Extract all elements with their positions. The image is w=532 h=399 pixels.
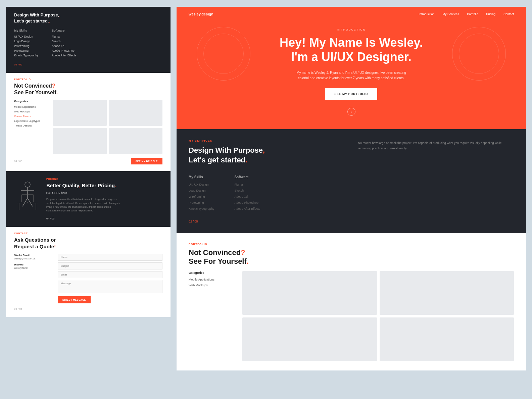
list-item: Prototyping bbox=[14, 49, 38, 52]
categories-heading: Categories bbox=[14, 100, 48, 103]
list-item: Kinetic Typography bbox=[189, 207, 214, 210]
list-item: Adobe Photoshop bbox=[52, 49, 76, 52]
software-heading: Software bbox=[234, 175, 260, 179]
top-nav: wesley.design Introduction My Services P… bbox=[177, 7, 526, 21]
list-item: Wireframing bbox=[14, 44, 38, 48]
scroll-indicator: ↓ bbox=[190, 108, 513, 116]
skills-col: My Skills UI / UX Design Logo Design Wir… bbox=[14, 29, 38, 58]
list-item: Adobe After Effects bbox=[52, 54, 76, 57]
list-item[interactable]: Mobile Applications bbox=[189, 278, 236, 281]
portfolio-item[interactable] bbox=[242, 271, 377, 315]
portfolio-title: Not Convinced?See For Yourself. bbox=[189, 248, 514, 266]
list-item: Logo Design bbox=[14, 40, 38, 43]
categories-heading: Categories bbox=[189, 271, 236, 275]
portfolio-item[interactable] bbox=[242, 317, 377, 361]
list-item[interactable]: Logomarks / Logotypes bbox=[14, 119, 48, 122]
services-left: MY SERVICES Design With Purpose, Let's g… bbox=[189, 139, 345, 165]
software-heading: Software bbox=[52, 29, 76, 32]
skills-list: UI / UX Design Logo Design Wireframing P… bbox=[14, 35, 38, 57]
see-dribble-button[interactable]: SEE MY DRIBBLE bbox=[131, 158, 162, 164]
list-item[interactable]: Web Mockups bbox=[189, 284, 236, 287]
page-number: 05 / 05 bbox=[14, 307, 162, 310]
portfolio-content: Categories Mobile Applications Web Mocku… bbox=[189, 271, 514, 361]
contact-body: Slack / Email wesley@kickstart.ca Discor… bbox=[14, 254, 162, 303]
software-col: Software Figma Sketch Adobe Xd Adobe Pho… bbox=[52, 29, 76, 58]
contact-info: Slack / Email wesley@kickstart.ca Discor… bbox=[14, 254, 51, 303]
discord-value: Wesley#1234 bbox=[14, 267, 51, 269]
list-item: Adobe After Effects bbox=[234, 207, 260, 210]
list-item-active[interactable]: Control Panels bbox=[14, 115, 48, 118]
nav-portfolio[interactable]: Portfolio bbox=[467, 12, 478, 16]
pricing-label: PRICING bbox=[46, 178, 120, 180]
portfolio-body: Categories Mobile Applications Web Mocku… bbox=[14, 100, 162, 154]
list-item[interactable]: Mobile Applications bbox=[14, 105, 48, 108]
contact-form: DIRECT MESSAGE bbox=[58, 254, 162, 303]
skills-list: UI / UX Design Logo Design Wireframing P… bbox=[189, 183, 214, 210]
portfolio-grid bbox=[53, 100, 162, 154]
message-field[interactable] bbox=[58, 280, 162, 293]
email-field[interactable] bbox=[58, 271, 162, 278]
portfolio-item[interactable] bbox=[53, 100, 107, 126]
page-number: 02 / 05 bbox=[189, 220, 198, 223]
slack-value: wesley@kickstart.ca bbox=[14, 257, 51, 260]
submit-button[interactable]: DIRECT MESSAGE bbox=[58, 296, 91, 303]
discord-info: Discord Wesley#1234 bbox=[14, 263, 51, 269]
hero-cta-button[interactable]: SEE MY PORTFOLIO bbox=[325, 88, 378, 100]
subject-field[interactable] bbox=[58, 262, 162, 269]
hero-section: wesley.design Introduction My Services P… bbox=[177, 7, 526, 129]
skills-grid: My Skills UI / UX Design Logo Design Wir… bbox=[14, 29, 162, 58]
nav-my-services[interactable]: My Services bbox=[442, 12, 459, 16]
list-item: Sketch bbox=[234, 189, 260, 192]
page-number: 04 / 05 bbox=[46, 217, 120, 220]
pricing-title: Better Quality, Better Pricing. bbox=[46, 182, 120, 189]
portfolio-title: Not Convinced?See For Yourself. bbox=[14, 83, 162, 95]
portfolio-item[interactable] bbox=[380, 271, 514, 315]
hero-title: Hey! My Name Is Wesley. I'm a UI/UX Desi… bbox=[190, 35, 513, 64]
right-column: wesley.design Introduction My Services P… bbox=[177, 7, 526, 392]
portfolio-item[interactable] bbox=[53, 128, 107, 154]
services-title: Design With Purpose, Let's get started. bbox=[189, 146, 345, 165]
services-skills-grid: My Skills UI / UX Design Logo Design Wir… bbox=[189, 175, 514, 213]
left-services-panel: Design With Purpose,, Let's get started.… bbox=[6, 7, 171, 73]
list-item: Prototyping bbox=[189, 201, 214, 204]
nav-pricing[interactable]: Pricing bbox=[486, 12, 495, 16]
pricing-desc: Empower communities think tank scalable,… bbox=[46, 197, 120, 212]
list-item: Adobe Photoshop bbox=[234, 201, 260, 204]
intro-label: INTRODUCTION bbox=[190, 28, 513, 31]
right-portfolio-section: PORTFOLIO Not Convinced?See For Yourself… bbox=[177, 233, 526, 371]
contact-title: Ask Questions orRequest a Quote! bbox=[14, 237, 162, 250]
portfolio-item[interactable] bbox=[109, 128, 162, 154]
portfolio-grid bbox=[242, 271, 514, 361]
scroll-circle[interactable]: ↓ bbox=[347, 108, 355, 116]
slack-label: Slack / Email bbox=[14, 254, 51, 257]
list-item: UI / UX Design bbox=[189, 183, 214, 186]
services-skills-col: My Skills UI / UX Design Logo Design Wir… bbox=[189, 175, 214, 213]
list-item[interactable]: Thread Designs bbox=[14, 124, 48, 127]
services-footer: 02 / 05 bbox=[189, 220, 514, 223]
services-top: MY SERVICES Design With Purpose, Let's g… bbox=[189, 139, 514, 165]
page-number: 04 / 05 bbox=[14, 160, 22, 163]
list-item[interactable]: Web Mockups bbox=[14, 110, 48, 113]
pricing-rate: $35 USD / hour bbox=[46, 191, 120, 195]
services-software-col: Software Figma Sketch Adobe Xd Adobe Pho… bbox=[234, 175, 260, 213]
name-field[interactable] bbox=[58, 254, 162, 261]
services-section: MY SERVICES Design With Purpose, Let's g… bbox=[177, 129, 526, 233]
list-item: Adobe Xd bbox=[234, 195, 260, 198]
list-item: UI / UX Design bbox=[14, 35, 38, 38]
nav-introduction[interactable]: Introduction bbox=[419, 12, 434, 16]
services-label: MY SERVICES bbox=[189, 139, 345, 142]
pricing-content: PRICING Better Quality, Better Pricing. … bbox=[46, 178, 120, 220]
categories-list: Mobile Applications Web Mockups bbox=[189, 278, 236, 287]
portfolio-categories: Categories Mobile Applications Web Mocku… bbox=[14, 100, 48, 154]
portfolio-sidebar: Categories Mobile Applications Web Mocku… bbox=[189, 271, 236, 361]
categories-list: Mobile Applications Web Mockups Control … bbox=[14, 105, 48, 127]
portfolio-item[interactable] bbox=[380, 317, 514, 361]
portfolio-item[interactable] bbox=[109, 100, 162, 126]
nav-contact[interactable]: Contact bbox=[503, 12, 514, 16]
list-item: Adobe Xd bbox=[52, 44, 76, 48]
left-tagline: Design With Purpose,, Let's get started.… bbox=[14, 12, 162, 24]
pricing-illustration bbox=[14, 178, 41, 213]
list-item: Figma bbox=[52, 35, 76, 38]
left-pricing-panel: PRICING Better Quality, Better Pricing. … bbox=[6, 171, 171, 227]
left-contact-panel: CONTACT Ask Questions orRequest a Quote!… bbox=[6, 227, 171, 317]
